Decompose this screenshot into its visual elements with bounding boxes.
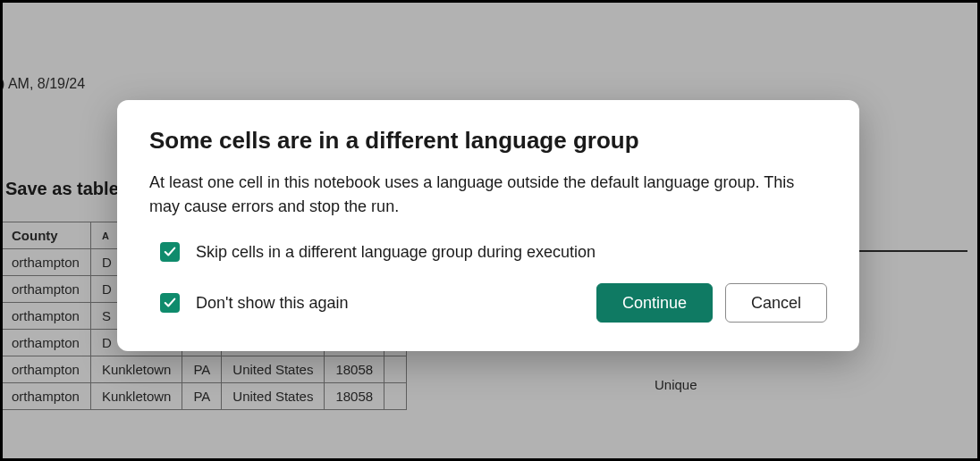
table-row: orthamptonKunkletownPAUnited States18058 — [1, 383, 407, 410]
dialog-body-text: At least one cell in this notebook uses … — [149, 171, 827, 219]
language-group-dialog: Some cells are in a different language g… — [117, 100, 859, 351]
checkmark-icon — [164, 246, 176, 258]
save-as-table-label: Save as table — [5, 179, 119, 199]
dont-show-checkbox[interactable] — [160, 293, 180, 313]
last-run-timestamp: ) AM, 8/19/24 — [0, 76, 85, 92]
table-row: orthamptonKunkletownPAUnited States18058 — [1, 356, 407, 383]
dialog-title: Some cells are in a different language g… — [149, 127, 827, 155]
table-header: County — [1, 222, 91, 249]
right-panel-label: Unique — [655, 377, 967, 392]
skip-cells-row: Skip cells in a different language group… — [160, 242, 827, 262]
skip-cells-checkbox[interactable] — [160, 242, 180, 262]
dont-show-label: Don't show this again — [196, 294, 349, 313]
checkmark-icon — [164, 297, 176, 309]
cancel-button[interactable]: Cancel — [725, 283, 827, 323]
dont-show-row: Don't show this again — [160, 293, 584, 313]
skip-cells-label: Skip cells in a different language group… — [196, 243, 596, 262]
continue-button[interactable]: Continue — [596, 283, 713, 323]
